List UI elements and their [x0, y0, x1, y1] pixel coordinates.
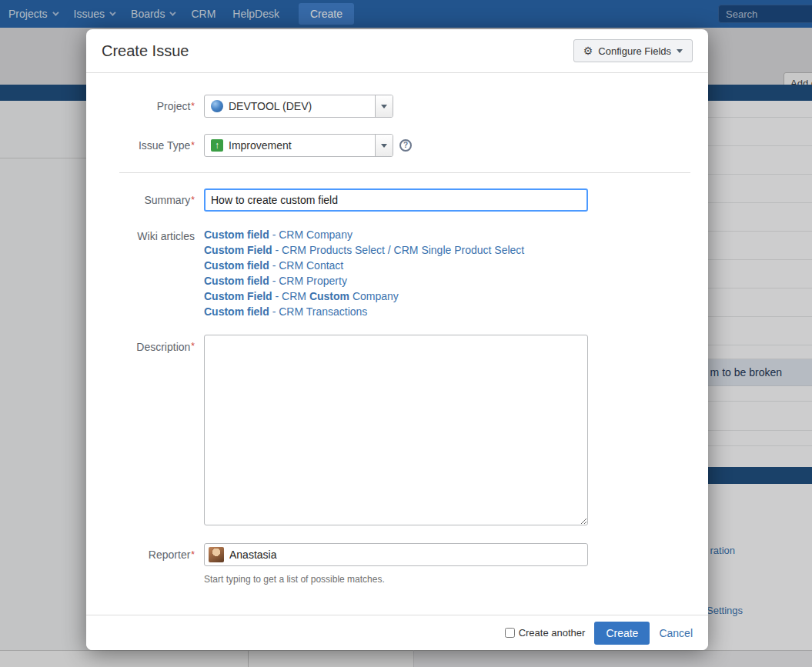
page-title: Create Issue — [102, 42, 189, 60]
gear-icon: ⚙ — [583, 45, 593, 57]
issue-type-value-text: Improvement — [229, 139, 292, 152]
issue-type-select-arrow[interactable] — [375, 135, 393, 156]
description-textarea[interactable] — [204, 335, 588, 525]
wiki-link[interactable]: Custom field - CRM Company — [204, 227, 524, 242]
required-mark: * — [191, 140, 195, 151]
wiki-articles-label: Wiki articles — [86, 227, 204, 319]
wiki-link[interactable]: Custom Field - CRM Custom Company — [204, 288, 524, 304]
wiki-link[interactable]: Custom Field - CRM Products Select / CRM… — [204, 242, 524, 258]
improvement-type-icon: ↑ — [211, 139, 223, 152]
required-mark: * — [191, 341, 195, 352]
project-select[interactable]: DEVTOOL (DEV) — [204, 95, 393, 118]
reporter-label: Reporter* — [86, 543, 204, 566]
reporter-input[interactable] — [229, 549, 583, 561]
cancel-link[interactable]: Cancel — [659, 627, 693, 639]
required-mark: * — [191, 549, 195, 560]
wiki-link[interactable]: Custom field - CRM Property — [204, 273, 524, 288]
dialog-header: Create Issue ⚙ Configure Fields — [86, 29, 708, 73]
project-value-text: DEVTOOL (DEV) — [229, 100, 312, 112]
screen: Add g m to be broken — [0, 0, 812, 667]
wiki-link[interactable]: Custom field - CRM Transactions — [204, 304, 524, 319]
create-issue-dialog: Create Issue ⚙ Configure Fields Project*… — [86, 29, 708, 650]
chevron-down-icon — [677, 49, 683, 53]
reporter-avatar — [209, 547, 224, 562]
project-select-value: DEVTOOL (DEV) — [205, 95, 375, 117]
issue-type-select-value: ↑ Improvement — [205, 135, 375, 156]
create-another-option[interactable]: Create another — [505, 627, 586, 639]
chevron-down-icon — [381, 105, 387, 108]
summary-input[interactable] — [204, 188, 588, 212]
issue-type-label: Issue Type* — [86, 134, 204, 157]
project-avatar-icon — [211, 100, 223, 112]
issue-type-select[interactable]: ↑ Improvement — [204, 134, 393, 157]
wiki-articles-list: Custom field - CRM Company Custom Field … — [204, 227, 524, 319]
configure-fields-label: Configure Fields — [598, 45, 671, 57]
required-mark: * — [191, 101, 195, 112]
spacer — [86, 572, 204, 585]
reporter-field[interactable] — [204, 543, 588, 566]
dialog-body: Project* DEVTOOL (DEV) Issue Type* ↑ — [86, 73, 708, 615]
chevron-down-icon — [381, 144, 387, 148]
wiki-link[interactable]: Custom field - CRM Contact — [204, 258, 524, 273]
configure-fields-button[interactable]: ⚙ Configure Fields — [573, 39, 693, 62]
dialog-footer: Create another Create Cancel — [86, 615, 708, 650]
create-another-checkbox[interactable] — [505, 628, 515, 638]
project-label: Project* — [86, 95, 204, 118]
reporter-hint: Start typing to get a list of possible m… — [204, 572, 385, 585]
divider — [119, 172, 690, 173]
description-label: Description* — [86, 335, 204, 525]
required-mark: * — [191, 195, 195, 205]
summary-label: Summary* — [86, 188, 204, 212]
help-icon[interactable]: ? — [399, 139, 412, 152]
create-another-label: Create another — [519, 627, 586, 639]
project-select-arrow[interactable] — [375, 95, 393, 117]
create-button[interactable]: Create — [594, 622, 650, 645]
